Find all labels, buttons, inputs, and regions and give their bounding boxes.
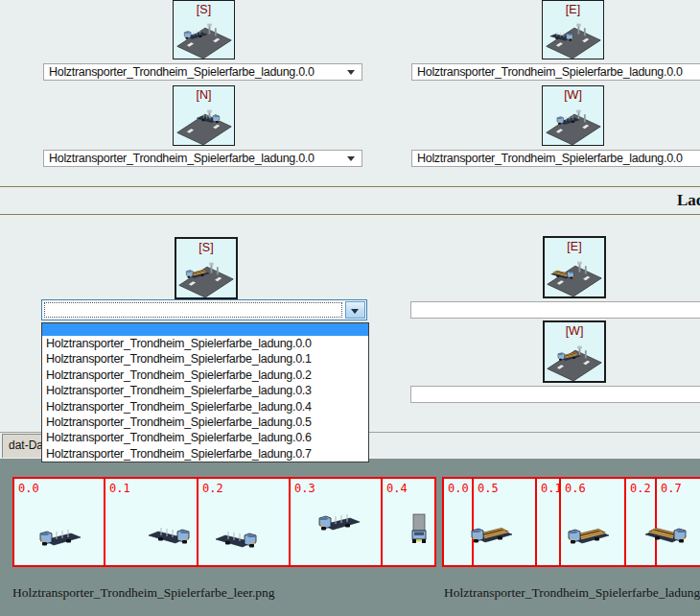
truck-empty-sw-icon (38, 526, 82, 555)
truck-back-icon (409, 513, 429, 550)
dropdown-option-selected[interactable] (42, 323, 368, 336)
ladung-image-select-e[interactable] (410, 301, 700, 319)
direction-label-w: [W] (543, 88, 603, 102)
spritesheet-leer-caption: Holztransporter_Trondheim_Spielerfarbe_l… (12, 585, 275, 601)
combo-dropdown-button[interactable] (345, 301, 365, 319)
ladung-image-select-s-open[interactable] (41, 299, 367, 320)
direction-label-e: [E] (543, 3, 603, 16)
dropdown-option[interactable]: Holztransporter_Trondheim_Spielerfarbe_l… (42, 351, 368, 367)
sprite-cell-0.0: 0.0 (444, 479, 472, 565)
sprite-cell-0.0: 0.0 (14, 479, 104, 565)
sprite-cell-0.7: 0.7 (655, 479, 700, 565)
sprite-cell-label: 0.1 (109, 482, 130, 495)
sprite-cell-label: 0.6 (565, 482, 586, 495)
image-select-w-value: Holztransporter_Trondheim_Spielerfarbe_l… (417, 152, 683, 165)
dropdown-option[interactable]: Holztransporter_Trondheim_Spielerfarbe_l… (42, 399, 368, 415)
sprite-cell-label: 0.2 (202, 482, 223, 495)
tab-label: dat-Da (9, 438, 43, 452)
ladung-image-select-w[interactable] (410, 386, 700, 403)
sprite-cell-label: 0.4 (386, 482, 408, 495)
direction-label-s: [S] (176, 241, 236, 254)
sprite-cell-label: 0.7 (661, 482, 682, 495)
truck-loaded-w-icon (470, 523, 514, 552)
vehicle-preview-s-icon (174, 20, 234, 59)
sprite-cell-0.1: 0.1 (104, 479, 197, 565)
direction-tile-n: [N] (173, 85, 235, 146)
truck-loaded-e-icon (643, 523, 688, 552)
direction-label-n: [N] (174, 88, 234, 102)
chevron-down-icon (347, 70, 355, 75)
sprite-cell-0.5: 0.5 (472, 479, 535, 565)
section-heading: Ladung (677, 191, 700, 210)
dropdown-option[interactable]: Holztransporter_Trondheim_Spielerfarbe_l… (42, 415, 368, 430)
vehicle-preview-w-icon (543, 107, 603, 145)
image-select-n[interactable]: Holztransporter_Trondheim_Spielerfarbe_l… (43, 150, 362, 167)
image-select-e[interactable]: Holztransporter_Trondheim_Spielerfarbe_l… (411, 63, 700, 81)
ladung-tile-w: [W] (543, 320, 606, 383)
direction-tile-e: [E] (542, 0, 604, 59)
sprite-cell-label: 0.0 (18, 482, 39, 495)
focus-rectangle (44, 302, 342, 318)
spritesheet-panel: 0.00.10.20.30.4 0.00.50.10.60.20.7 Holzt… (0, 459, 700, 616)
app-window: [S] [E] Holztransporter_Trondheim_Spiele… (0, 0, 700, 616)
vehicle-preview-n-icon (174, 107, 234, 145)
spritesheet-ladung: 0.00.50.10.60.20.7 (442, 477, 700, 567)
truck-empty-ne-icon (214, 528, 258, 557)
image-select-w[interactable]: Holztransporter_Trondheim_Spielerfarbe_l… (411, 150, 700, 167)
dropdown-option[interactable]: Holztransporter_Trondheim_Spielerfarbe_l… (42, 446, 368, 462)
chevron-down-icon (351, 309, 359, 314)
dropdown-option[interactable]: Holztransporter_Trondheim_Spielerfarbe_l… (42, 430, 368, 445)
vehicle-preview-loaded-w-icon (545, 343, 604, 381)
chevron-down-icon (347, 156, 355, 161)
ladung-tile-e: [E] (543, 236, 606, 298)
truck-loaded-w-icon (567, 524, 611, 553)
truck-empty-nw-icon (317, 510, 362, 539)
spritesheet-leer: 0.00.10.20.30.4 (12, 477, 436, 567)
image-select-n-value: Holztransporter_Trondheim_Spielerfarbe_l… (49, 152, 315, 165)
image-select-e-value: Holztransporter_Trondheim_Spielerfarbe_l… (417, 65, 683, 79)
sprite-cell-0.2: 0.2 (197, 479, 289, 565)
direction-label-w: [W] (545, 324, 604, 338)
dropdown-popup-list[interactable]: Holztransporter_Trondheim_Spielerfarbe_l… (41, 322, 369, 462)
direction-label-s: [S] (174, 3, 234, 16)
sprite-cell-label: 0.2 (630, 482, 651, 495)
truck-empty-se-icon (147, 524, 191, 553)
direction-label-e: [E] (545, 240, 604, 253)
direction-tile-w: [W] (542, 85, 604, 146)
vehicle-preview-e-icon (543, 20, 603, 59)
sprite-cell-0.4: 0.4 (381, 479, 434, 565)
dropdown-option[interactable]: Holztransporter_Trondheim_Spielerfarbe_l… (42, 367, 368, 383)
sprite-cell-label: 0.5 (478, 482, 499, 495)
sprite-cell-0.2: 0.2 (624, 479, 655, 565)
sprite-cell-0.3: 0.3 (289, 479, 381, 565)
sprite-cell-label: 0.3 (294, 482, 315, 495)
sprite-cell-0.1: 0.1 (535, 479, 559, 565)
section-divider-band: Ladung (0, 186, 700, 215)
image-select-s-value: Holztransporter_Trondheim_Spielerfarbe_l… (49, 65, 315, 79)
vehicle-preview-loaded-s-icon (176, 259, 236, 297)
vehicle-preview-loaded-e-icon (545, 258, 604, 296)
direction-tile-s: [S] (173, 0, 235, 59)
spritesheet-ladung-caption: Holztransporter_Trondheim_Spielerfarbe_l… (444, 585, 700, 601)
image-select-s[interactable]: Holztransporter_Trondheim_Spielerfarbe_l… (43, 63, 362, 81)
sprite-cell-0.6: 0.6 (559, 479, 624, 565)
sprite-cell-label: 0.0 (448, 482, 469, 495)
dropdown-option[interactable]: Holztransporter_Trondheim_Spielerfarbe_l… (42, 336, 368, 351)
ladung-tile-s: [S] (175, 237, 238, 299)
dropdown-option[interactable]: Holztransporter_Trondheim_Spielerfarbe_l… (42, 383, 368, 398)
